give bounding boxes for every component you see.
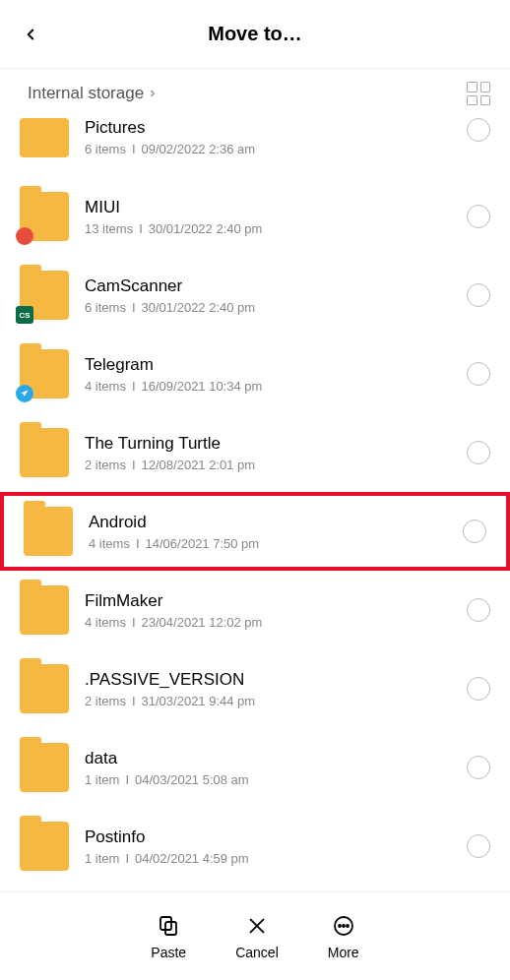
grid-view-toggle[interactable]	[467, 82, 490, 105]
app-badge-icon	[16, 227, 33, 245]
folder-info: Telegram4 itemsI16/09/2021 10:34 pm	[85, 355, 467, 394]
folder-row[interactable]: The Turning Turtle2 itemsI12/08/2021 2:0…	[0, 413, 510, 492]
folder-date: 14/06/2021 7:50 pm	[146, 536, 260, 551]
close-icon	[244, 913, 270, 939]
folder-row[interactable]: .PASSIVE_VERSION2 itemsI31/03/2021 9:44 …	[0, 649, 510, 728]
folder-meta: 2 itemsI12/08/2021 2:01 pm	[85, 458, 467, 472]
meta-separator: I	[125, 851, 129, 866]
meta-separator: I	[136, 536, 140, 551]
folder-info: FilmMaker4 itemsI23/04/2021 12:02 pm	[85, 591, 467, 630]
folder-row[interactable]: FilmMaker4 itemsI23/04/2021 12:02 pm	[0, 571, 510, 649]
folder-icon	[24, 507, 73, 556]
svg-point-5	[339, 925, 341, 927]
svg-point-7	[347, 925, 349, 927]
folder-name: The Turning Turtle	[85, 434, 467, 454]
folder-list: Pictures6 itemsI09/02/2022 2:36 amMIUI13…	[0, 118, 510, 891]
meta-separator: I	[132, 300, 136, 315]
folder-name: CamScanner	[85, 276, 467, 296]
folder-date: 12/08/2021 2:01 pm	[142, 458, 256, 472]
app-badge-icon	[16, 385, 33, 402]
chevron-right-icon	[148, 89, 158, 98]
folder-meta: 1 itemI04/03/2021 5:08 am	[85, 772, 467, 787]
select-radio[interactable]	[467, 283, 490, 307]
cancel-label: Cancel	[235, 945, 279, 960]
folder-count: 6 items	[85, 142, 126, 156]
folder-date: 30/01/2022 2:40 pm	[142, 300, 256, 315]
folder-meta: 13 itemsI30/01/2022 2:40 pm	[85, 221, 467, 236]
more-label: More	[328, 945, 359, 960]
folder-icon	[20, 192, 69, 241]
select-radio[interactable]	[467, 756, 490, 779]
folder-name: Pictures	[85, 118, 467, 138]
folder-info: Pictures6 itemsI09/02/2022 2:36 am	[85, 118, 467, 156]
folder-info: The Turning Turtle2 itemsI12/08/2021 2:0…	[85, 434, 467, 472]
select-radio[interactable]	[467, 441, 490, 464]
folder-info: Postinfo1 itemI04/02/2021 4:59 pm	[85, 827, 467, 866]
folder-info: MIUI13 itemsI30/01/2022 2:40 pm	[85, 198, 467, 236]
folder-row[interactable]: Android4 itemsI14/06/2021 7:50 pm	[0, 492, 510, 571]
meta-separator: I	[132, 458, 136, 472]
select-radio[interactable]	[467, 118, 490, 142]
folder-icon: CS	[20, 271, 69, 320]
folder-info: data1 itemI04/03/2021 5:08 am	[85, 749, 467, 787]
folder-info: .PASSIVE_VERSION2 itemsI31/03/2021 9:44 …	[85, 670, 467, 708]
folder-date: 09/02/2022 2:36 am	[142, 142, 256, 156]
folder-name: data	[85, 749, 467, 768]
app-badge-icon: CS	[16, 306, 33, 324]
folder-icon	[20, 664, 69, 713]
meta-separator: I	[125, 772, 129, 787]
paste-button[interactable]: Paste	[151, 913, 186, 960]
folder-date: 23/04/2021 12:02 pm	[142, 615, 263, 630]
folder-icon	[20, 349, 69, 398]
meta-separator: I	[132, 142, 136, 156]
meta-separator: I	[132, 379, 136, 394]
select-radio[interactable]	[467, 834, 490, 858]
folder-count: 4 items	[89, 536, 130, 551]
folder-meta: 6 itemsI09/02/2022 2:36 am	[85, 142, 467, 156]
folder-row[interactable]: Postinfo1 itemI04/02/2021 4:59 pm	[0, 807, 510, 886]
meta-separator: I	[132, 615, 136, 630]
folder-icon	[20, 118, 69, 157]
folder-meta: 4 itemsI16/09/2021 10:34 pm	[85, 379, 467, 394]
folder-count: 1 item	[85, 851, 119, 866]
select-radio[interactable]	[463, 520, 486, 543]
folder-name: .PASSIVE_VERSION	[85, 670, 467, 690]
select-radio[interactable]	[467, 205, 490, 228]
header: Move to…	[0, 0, 510, 69]
folder-name: Postinfo	[85, 827, 467, 847]
folder-row[interactable]: Pictures6 itemsI09/02/2022 2:36 am	[0, 118, 510, 177]
meta-separator: I	[139, 221, 143, 236]
folder-row[interactable]: Telegram4 itemsI16/09/2021 10:34 pm	[0, 335, 510, 413]
paste-label: Paste	[151, 945, 186, 960]
folder-row[interactable]: data1 itemI04/03/2021 5:08 am	[0, 728, 510, 807]
breadcrumb[interactable]: Internal storage	[28, 84, 158, 103]
more-button[interactable]: More	[328, 913, 359, 960]
cancel-button[interactable]: Cancel	[235, 913, 279, 960]
folder-row[interactable]: MIUI13 itemsI30/01/2022 2:40 pm	[0, 177, 510, 256]
folder-count: 4 items	[85, 379, 126, 394]
page-title: Move to…	[208, 23, 302, 45]
folder-date: 04/03/2021 5:08 am	[135, 772, 249, 787]
folder-icon	[20, 585, 69, 635]
folder-row[interactable]: CSCamScanner6 itemsI30/01/2022 2:40 pm	[0, 256, 510, 335]
back-button[interactable]	[18, 22, 43, 47]
chevron-left-icon	[22, 26, 39, 43]
select-radio[interactable]	[467, 362, 490, 386]
folder-meta: 4 itemsI23/04/2021 12:02 pm	[85, 615, 467, 630]
folder-icon	[20, 428, 69, 477]
folder-date: 16/09/2021 10:34 pm	[142, 379, 263, 394]
folder-meta: 6 itemsI30/01/2022 2:40 pm	[85, 300, 467, 315]
folder-meta: 4 itemsI14/06/2021 7:50 pm	[89, 536, 463, 551]
folder-count: 4 items	[85, 615, 126, 630]
breadcrumb-label: Internal storage	[28, 84, 144, 103]
folder-count: 1 item	[85, 772, 119, 787]
select-radio[interactable]	[467, 677, 490, 701]
folder-date: 04/02/2021 4:59 pm	[135, 851, 249, 866]
folder-count: 2 items	[85, 458, 126, 472]
select-radio[interactable]	[467, 598, 490, 622]
meta-separator: I	[132, 694, 136, 708]
breadcrumb-row: Internal storage	[0, 69, 510, 118]
folder-count: 13 items	[85, 221, 133, 236]
folder-count: 6 items	[85, 300, 126, 315]
paste-icon	[156, 913, 181, 939]
